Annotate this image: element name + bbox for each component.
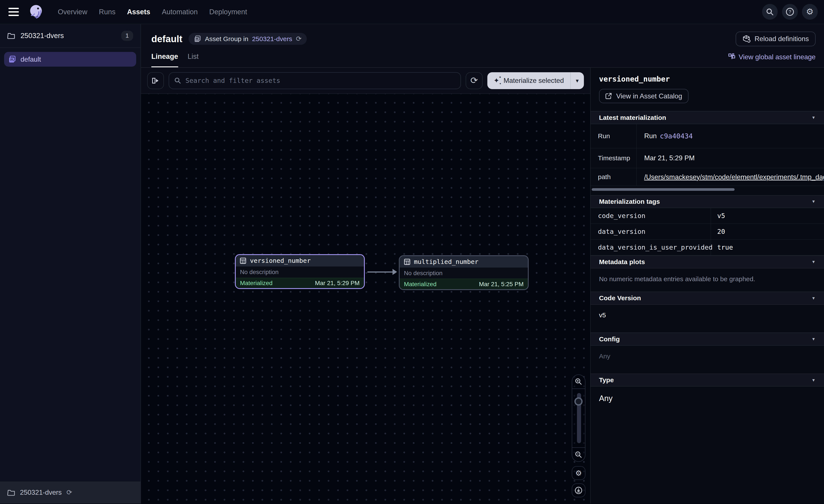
- nav-item-overview[interactable]: Overview: [58, 8, 88, 16]
- nav-item-assets[interactable]: Assets: [127, 8, 150, 16]
- view-in-asset-catalog-button[interactable]: View in Asset Catalog: [599, 89, 689, 103]
- asset-node-timestamp: Mar 21, 5:25 PM: [479, 281, 523, 288]
- tag-row: data_version_is_user_provided true: [591, 240, 824, 255]
- refresh-icon[interactable]: ⟳: [296, 35, 302, 42]
- asset-detail-title: versioned_number: [599, 75, 816, 83]
- tag-value: true: [711, 240, 824, 255]
- reload-definitions-button[interactable]: Reload definitions: [736, 31, 816, 46]
- section-type[interactable]: Type ▼: [591, 374, 824, 387]
- path-link[interactable]: /Users/smackesey/stm/code/elementl/exper…: [644, 173, 824, 181]
- tag-key: data_version: [591, 224, 711, 239]
- folder-icon: [7, 32, 15, 39]
- code-version-value: v5: [591, 305, 824, 333]
- asset-groups-sidebar: 250321-dvers 1 default 250321-dvers ⟳: [0, 24, 141, 504]
- section-code-version[interactable]: Code Version ▼: [591, 291, 824, 305]
- config-value: Any: [591, 346, 824, 374]
- expand-panel-button[interactable]: [147, 72, 164, 89]
- section-title: Latest materialization: [599, 114, 666, 121]
- gear-icon: ⚙: [806, 8, 814, 16]
- graph-settings-button[interactable]: ⚙: [572, 466, 586, 480]
- asset-node-multiplied-number[interactable]: multiplied_number No description Materia…: [399, 255, 529, 290]
- horizontal-scrollbar[interactable]: [592, 188, 735, 191]
- main-area: default Asset Group in 250321-dvers ⟳: [141, 24, 824, 504]
- asset-group-icon: [8, 55, 16, 63]
- zoom-out-icon: [575, 451, 582, 458]
- section-title: Metadata plots: [599, 258, 645, 266]
- tab-list[interactable]: List: [188, 52, 199, 67]
- zoom-out-button[interactable]: [572, 448, 585, 461]
- download-image-button[interactable]: [572, 484, 586, 497]
- asset-node-description: No description: [400, 268, 528, 279]
- panel-expand-icon: [151, 77, 159, 84]
- external-link-icon: [605, 93, 612, 100]
- materialize-selected-label: Materialize selected: [504, 77, 564, 85]
- asset-group-icon: [194, 35, 201, 43]
- asset-node-versioned-number[interactable]: versioned_number No description Material…: [235, 254, 365, 289]
- nav-item-automation[interactable]: Automation: [162, 8, 198, 16]
- refresh-graph-button[interactable]: ⟳: [466, 72, 483, 89]
- asset-search-input[interactable]: [185, 77, 455, 84]
- row-value: Mar 21, 5:29 PM: [637, 148, 824, 168]
- settings-button[interactable]: ⚙: [802, 4, 818, 20]
- asset-node-timestamp: Mar 21, 5:29 PM: [315, 280, 359, 287]
- zoom-in-button[interactable]: [572, 375, 585, 388]
- row-value: Run c9a40434: [637, 124, 824, 148]
- help-button[interactable]: ?: [782, 4, 798, 20]
- section-latest-materialization[interactable]: Latest materialization ▼: [591, 111, 824, 124]
- run-id-link[interactable]: c9a40434: [660, 132, 693, 140]
- graph-toolbar: ⟳ ✦✦✦ Materialize selected ▾: [141, 68, 590, 94]
- row-run: Run Run c9a40434: [591, 124, 824, 148]
- view-global-asset-lineage-link[interactable]: View global asset lineage: [728, 53, 816, 67]
- search-icon: [174, 77, 181, 84]
- row-timestamp: Timestamp Mar 21, 5:29 PM: [591, 148, 824, 168]
- materialize-dropdown-caret[interactable]: ▾: [570, 72, 584, 89]
- asset-search-box[interactable]: [169, 72, 461, 89]
- section-materialization-tags[interactable]: Materialization tags ▼: [591, 195, 824, 208]
- chevron-down-icon: ▼: [811, 199, 816, 204]
- asset-node-status: Materialized: [404, 281, 436, 288]
- search-icon: [766, 8, 774, 16]
- sidebar-footer[interactable]: 250321-dvers ⟳: [0, 482, 140, 504]
- section-config[interactable]: Config ▼: [591, 333, 824, 346]
- section-title: Code Version: [599, 294, 641, 302]
- row-label: path: [591, 168, 637, 186]
- folder-icon: [7, 489, 15, 496]
- chevron-down-icon: ▼: [811, 378, 816, 383]
- view-in-asset-catalog-label: View in Asset Catalog: [616, 92, 682, 100]
- tag-key: data_version_is_user_provided: [591, 240, 711, 255]
- refresh-icon[interactable]: ⟳: [67, 489, 72, 496]
- zoom-slider[interactable]: [572, 388, 585, 448]
- lineage-graph-icon: [728, 53, 735, 60]
- materialize-selected-button[interactable]: ✦✦✦ Materialize selected ▾: [487, 72, 584, 89]
- section-metadata-plots[interactable]: Metadata plots ▼: [591, 255, 824, 269]
- asset-group-chip[interactable]: Asset Group in 250321-dvers ⟳: [189, 33, 307, 45]
- chevron-down-icon: ▼: [811, 296, 816, 301]
- search-button[interactable]: [762, 4, 778, 20]
- table-icon: [240, 258, 246, 264]
- lineage-canvas[interactable]: versioned_number No description Material…: [141, 94, 590, 503]
- nav-item-deployment[interactable]: Deployment: [209, 8, 247, 16]
- row-label: Run: [591, 124, 637, 148]
- zoom-slider-thumb[interactable]: [575, 397, 583, 406]
- sidebar-footer-repo-name: 250321-dvers: [20, 488, 62, 496]
- tab-lineage[interactable]: Lineage: [151, 52, 178, 67]
- section-title: Config: [599, 336, 620, 343]
- type-value: Any: [591, 387, 824, 413]
- zoom-controls: [572, 374, 586, 462]
- sidebar-item-default[interactable]: default: [4, 52, 136, 67]
- asset-node-name: versioned_number: [250, 257, 311, 264]
- table-icon: [404, 259, 410, 265]
- tag-row: code_version v5: [591, 208, 824, 224]
- hamburger-menu-icon[interactable]: [8, 8, 19, 16]
- page-title: default: [151, 33, 182, 44]
- nav-item-runs[interactable]: Runs: [99, 8, 115, 16]
- chevron-down-icon: ▼: [811, 115, 816, 120]
- sidebar-repo-header[interactable]: 250321-dvers 1: [0, 24, 140, 48]
- dagster-logo[interactable]: [28, 4, 44, 20]
- topnav-actions: ? ⚙: [762, 4, 818, 20]
- svg-text:?: ?: [789, 9, 791, 14]
- chip-repo-link[interactable]: 250321-dvers: [252, 35, 292, 43]
- run-prefix: Run: [644, 132, 657, 140]
- gear-icon: ⚙: [575, 469, 582, 477]
- download-icon: [575, 487, 583, 494]
